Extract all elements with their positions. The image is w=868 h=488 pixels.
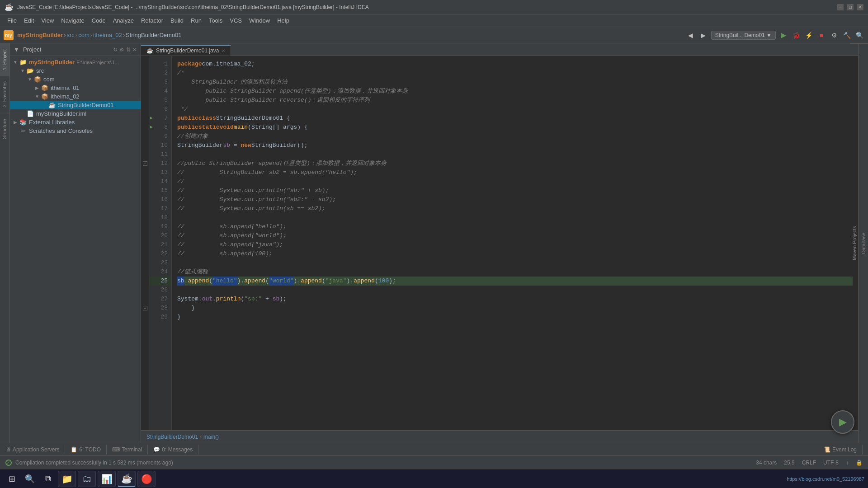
minimize-button[interactable]: ─ — [837, 4, 844, 10]
expand-icon[interactable]: ⇅ — [126, 47, 131, 53]
menu-vcs[interactable]: VCS — [226, 16, 245, 25]
tree-item-itheima02[interactable]: ▼ 📦 itheima_02 — [10, 92, 141, 101]
tree-item-src[interactable]: ▼ 📂 src — [10, 66, 141, 75]
bc-src[interactable]: src — [66, 32, 74, 38]
line-numbers: 1 2 3 4 5 6 7 8 9 10 11 12 13 14 15 16 1… — [149, 56, 172, 430]
tree-item-root[interactable]: ▼ 📁 myStringBuilder E:\IdeaProjects\J... — [10, 58, 141, 66]
build-icon[interactable]: 🔨 — [842, 30, 852, 40]
database-panel-tab[interactable]: Database — [859, 43, 868, 443]
navigate-forward-icon[interactable]: ▶ — [698, 30, 708, 40]
menu-code[interactable]: Code — [88, 16, 109, 25]
breadcrumb-bar: StringBuilderDemo01 › main() — [141, 430, 858, 443]
tab-todo[interactable]: 📋 6: TODO — [65, 445, 107, 455]
search-button[interactable]: 🔍 — [22, 471, 38, 487]
toolbar: my myStringBuilder › src › com › itheima… — [0, 27, 868, 43]
menu-analyze[interactable]: Analyze — [109, 16, 137, 25]
tab-messages-label: 0: Messages — [162, 446, 193, 453]
debug-button[interactable]: 🐞 — [791, 30, 801, 40]
menu-edit[interactable]: Edit — [20, 16, 38, 25]
bc-file[interactable]: StringBuilderDemo01 — [126, 32, 182, 38]
close-panel-icon[interactable]: ✕ — [132, 47, 137, 53]
maximize-button[interactable]: □ — [847, 4, 854, 10]
run-with-coverage-button[interactable]: ⚡ — [804, 30, 814, 40]
run-config-dropdown[interactable]: StringBuil... Demo01 ▼ — [711, 31, 776, 40]
gutter-11 — [141, 150, 149, 159]
tree-item-iml[interactable]: 📄 myStringBuilder.iml — [10, 109, 141, 118]
tree-item-ext[interactable]: ▶ 📚 External Libraries — [10, 118, 141, 127]
maven-panel-tab[interactable]: Maven Projects — [850, 43, 859, 443]
tree-item-file1[interactable]: ☕ StringBuilderDemo01 — [10, 101, 141, 109]
run-float-button[interactable]: ▶ — [831, 410, 854, 434]
taskbar-intellij[interactable]: ☕ — [118, 471, 136, 487]
code-line-23 — [177, 258, 853, 267]
editor-tab-main[interactable]: ☕ StringBuilderDemo01.java ✕ — [141, 45, 231, 56]
tab-event-log[interactable]: 📜 Event Log — [818, 445, 863, 455]
bc-file-name[interactable]: StringBuilderDemo01 — [146, 434, 198, 440]
task-view-button[interactable]: ⧉ — [40, 471, 56, 487]
tab-label: StringBuilderDemo01.java — [156, 47, 219, 54]
line-num-13: 13 — [149, 168, 171, 177]
lock-icon[interactable]: 🔒 — [856, 460, 863, 466]
menu-help[interactable]: Help — [274, 16, 293, 25]
tab-messages[interactable]: 💬 0: Messages — [148, 445, 198, 455]
line-separator[interactable]: CRLF — [802, 460, 816, 466]
sidebar-item-favorites[interactable]: 2: Favorites — [0, 75, 9, 113]
menu-navigate[interactable]: Navigate — [57, 16, 88, 25]
taskbar-files[interactable]: 🗂 — [78, 471, 96, 487]
windows-start-button[interactable]: ⊞ — [4, 471, 20, 487]
gutter-7 — [141, 114, 149, 123]
gutter-22 — [141, 249, 149, 258]
todo-icon: 📋 — [71, 446, 77, 453]
tree-item-scratch[interactable]: ✏ Scratches and Consoles — [10, 127, 141, 135]
stop-button[interactable]: ■ — [816, 30, 826, 40]
line-num-3: 3 — [149, 78, 171, 87]
tab-close-button[interactable]: ✕ — [222, 48, 225, 53]
menu-run[interactable]: Run — [187, 16, 205, 25]
tree-label-file1: StringBuilderDemo01 — [58, 102, 114, 108]
bc-project[interactable]: myStringBuilder — [17, 32, 63, 38]
code-line-24: //链式编程 — [177, 267, 853, 277]
tab-icon: ☕ — [146, 47, 153, 54]
char-count[interactable]: 34 chars — [756, 460, 777, 466]
menu-build[interactable]: Build — [167, 16, 187, 25]
cursor-position[interactable]: 25:9 — [784, 460, 794, 466]
code-line-8: public static void main(String[] args) { — [177, 123, 853, 132]
gutter-20 — [141, 231, 149, 240]
taskbar-powerpoint[interactable]: 📊 — [98, 471, 116, 487]
sync-icon[interactable]: ↻ — [113, 47, 118, 53]
line-num-6: 6 — [149, 105, 171, 114]
tree-label-root: myStringBuilder — [29, 59, 75, 66]
project-dropdown-icon[interactable]: ▼ — [14, 46, 19, 53]
search-icon[interactable]: 🔍 — [854, 30, 864, 40]
tab-terminal[interactable]: ⌨ Terminal — [107, 445, 148, 455]
folder-icon-root: 📁 — [19, 59, 27, 66]
menu-window[interactable]: Window — [245, 16, 274, 25]
bc-com[interactable]: com — [78, 32, 90, 38]
encoding[interactable]: UTF-8 — [823, 460, 839, 466]
fold-icon-28[interactable]: − — [143, 306, 147, 310]
scratch-icon: ✏ — [19, 127, 27, 134]
bc-method[interactable]: main() — [203, 434, 219, 440]
menu-file[interactable]: File — [4, 16, 20, 25]
gutter-25 — [141, 277, 149, 286]
menu-tools[interactable]: Tools — [205, 16, 226, 25]
code-content[interactable]: package com.itheima_02; /* StringBuilder… — [172, 56, 858, 430]
navigate-back-icon[interactable]: ◀ — [686, 30, 696, 40]
gutter-13 — [141, 168, 149, 177]
run-button[interactable]: ▶ — [778, 30, 788, 40]
sidebar-item-project[interactable]: 1: Project — [0, 43, 9, 75]
tree-item-com[interactable]: ▼ 📦 com — [10, 75, 141, 84]
gear-icon[interactable]: ⚙ — [119, 47, 124, 53]
bc-itheima02[interactable]: itheima_02 — [93, 32, 122, 38]
settings-icon[interactable]: ⚙ — [829, 30, 839, 40]
taskbar-explorer[interactable]: 📁 — [58, 471, 76, 487]
tab-application-servers[interactable]: 🖥 Application Servers — [0, 445, 65, 455]
menu-view[interactable]: View — [38, 16, 57, 25]
fold-icon-12[interactable]: − — [143, 161, 147, 166]
close-button[interactable]: ✕ — [857, 4, 863, 10]
tree-item-itheima01[interactable]: ▶ 📦 itheima_01 — [10, 84, 141, 92]
sidebar-item-structure[interactable]: Structure — [0, 113, 9, 145]
taskbar-other[interactable]: 🔴 — [137, 471, 156, 487]
git-icon[interactable]: ↓ — [846, 460, 849, 466]
menu-refactor[interactable]: Refactor — [137, 16, 167, 25]
